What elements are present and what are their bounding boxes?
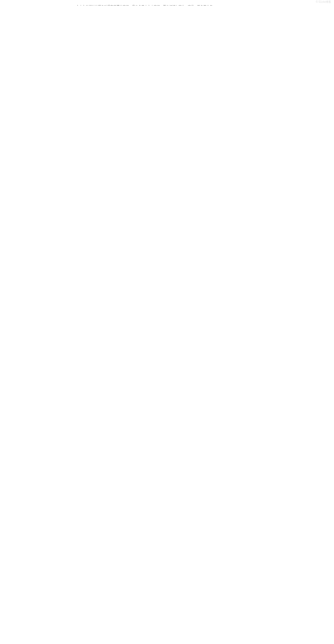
watermark: © 51cto博客 bbox=[316, 0, 331, 4]
file-l1: 文本文件可以处理各种语言所需的字符，只包含基本文本字符，不包括诸如字体、字号、颜… bbox=[76, 4, 216, 6]
